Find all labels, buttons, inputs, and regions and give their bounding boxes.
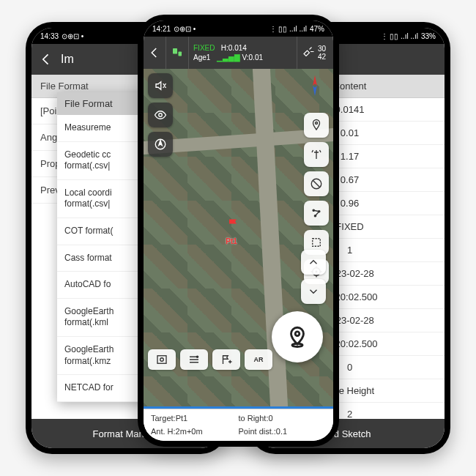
down-button[interactable]: [301, 279, 326, 304]
antenna-button[interactable]: [304, 142, 329, 167]
zoom-column: [301, 250, 326, 304]
chevron-down-icon: [307, 285, 320, 298]
pin-icon: [310, 119, 323, 132]
status-icons: ⊙⊕⊡ •: [174, 25, 196, 33]
signal-bars: ▁▃▅▇: [217, 53, 240, 62]
status-battery: 33%: [421, 32, 436, 40]
fix-status: FIXED: [193, 44, 215, 52]
flag-icon: [226, 217, 243, 234]
svg-rect-9: [313, 239, 321, 247]
settings-button[interactable]: [148, 349, 176, 370]
svg-point-12: [295, 332, 300, 336]
sat-count-2: 42: [318, 53, 326, 61]
receiver-button[interactable]: [166, 37, 189, 69]
settings-icon: [155, 353, 168, 366]
h-accuracy: H:0.014: [221, 44, 247, 52]
status-battery: 47%: [310, 25, 324, 33]
svg-point-15: [160, 358, 164, 362]
status-bar: 14:21⊙⊕⊡ • ⋮ ▯▯ ..ıl ..ıl47%: [144, 21, 333, 37]
status-net: ⋮ ▯▯ ..ıl ..ıl: [381, 32, 418, 40]
age-label: Age1: [193, 53, 210, 62]
status-time: 14:21: [152, 25, 171, 33]
svg-rect-14: [157, 356, 166, 364]
svg-rect-0: [173, 48, 177, 54]
antenna-icon: [310, 148, 323, 161]
status-time: 14:33: [40, 32, 59, 40]
status-net: ⋮ ▯▯ ..ıl ..ıl: [269, 25, 307, 33]
pin-button[interactable]: [304, 113, 329, 138]
nosat-button[interactable]: [304, 171, 329, 196]
sat-count-1: 30: [318, 45, 326, 53]
up-button[interactable]: [301, 250, 326, 275]
record-pin-icon: [285, 324, 310, 349]
ar-button[interactable]: AR: [245, 349, 272, 370]
satellite-icon: [302, 46, 315, 59]
receiver-icon: [171, 46, 184, 59]
record-button[interactable]: [272, 311, 323, 362]
svg-rect-1: [179, 52, 182, 56]
svg-point-2: [159, 114, 163, 117]
back-icon: [148, 46, 161, 59]
back-icon[interactable]: [39, 52, 53, 67]
target-point-marker: Pt1: [226, 217, 243, 245]
nosat-icon: [310, 177, 323, 190]
flag-add-icon: [220, 353, 233, 366]
screen: 14:21⊙⊕⊡ • ⋮ ▯▯ ..ıl ..ıl47% FIXED H:0.0…: [144, 21, 333, 441]
info-ant: Ant. H:2m+0m: [151, 425, 239, 439]
appbar-title: Im: [61, 53, 74, 66]
left-tool-column: [148, 73, 173, 157]
eye-icon: [154, 108, 167, 122]
dots-icon: [310, 207, 323, 220]
info-dist: Point dist.:0.1: [239, 425, 327, 439]
status-icons: ⊙⊕⊡ •: [62, 32, 83, 40]
target-label: Pt1: [226, 237, 243, 245]
visibility-button[interactable]: [148, 103, 173, 127]
info-strip: Target:Pt1 to Right:0 Ant. H:2m+0m Point…: [144, 409, 333, 441]
phone-survey: 14:21⊙⊕⊡ • ⋮ ▯▯ ..ıl ..ıl47% FIXED H:0.0…: [138, 15, 339, 447]
svg-point-16: [196, 356, 198, 357]
layers-button[interactable]: [180, 349, 208, 370]
compass-icon: [154, 138, 167, 151]
chevron-up-icon: [307, 256, 320, 269]
north-button[interactable]: [148, 132, 173, 157]
info-toright: to Right:0: [239, 412, 327, 425]
bounds-icon: [310, 236, 323, 249]
add-flag-button[interactable]: [212, 349, 240, 370]
bottom-tool-row: AR: [148, 349, 272, 370]
back-button[interactable]: [144, 37, 166, 69]
map-canvas[interactable]: Pt1 AR: [144, 69, 333, 406]
gnss-status-bar: FIXED H:0.014 Age1 ▁▃▅▇ V:0.01 30 42: [144, 37, 333, 69]
layers-icon: [187, 353, 201, 366]
info-target: Target:Pt1: [151, 412, 239, 425]
satellite-button[interactable]: 30 42: [297, 37, 333, 69]
v-accuracy: V:0.01: [242, 53, 263, 62]
ar-label: AR: [254, 356, 264, 363]
compass-indicator: [302, 73, 327, 98]
svg-point-4: [316, 122, 318, 124]
points-button[interactable]: [304, 201, 329, 226]
mute-button[interactable]: [148, 73, 173, 98]
mute-icon: [154, 79, 167, 92]
